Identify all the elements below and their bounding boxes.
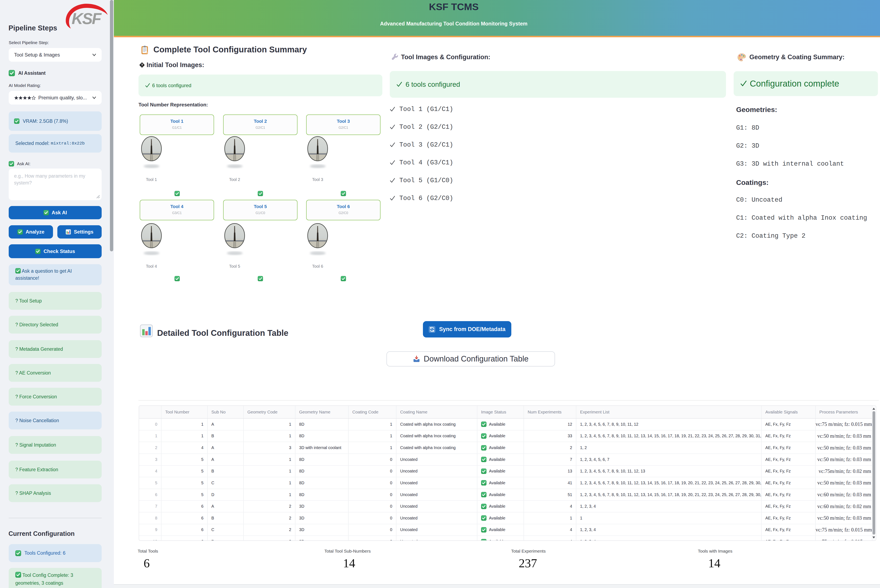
svg-text:KSF: KSF	[72, 10, 102, 27]
